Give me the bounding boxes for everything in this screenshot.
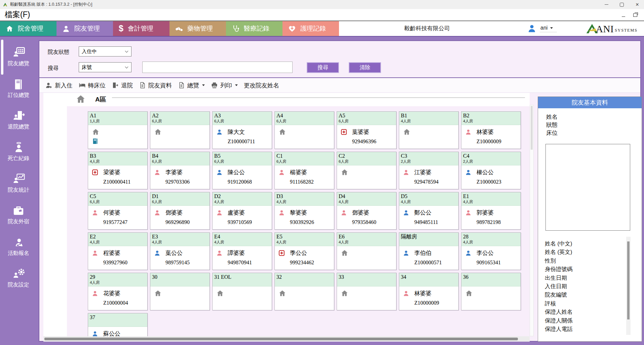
room-card-31 EOL[interactable]: 31 EOL [212,273,272,310]
room-card-B1[interactable]: B14人房 [399,111,459,149]
room-card-C3[interactable]: C32人房江婆婆929478594 [399,152,459,189]
window-minimize-button[interactable] [604,0,609,9]
room-card-37[interactable]: 37蘇公公 [88,313,148,336]
room-id: E4 [214,233,270,240]
room-card-E4[interactable]: E44人房譚婆婆949870941 [212,232,272,270]
room-card-B3[interactable]: B34人房梁婆婆Z100000411 [88,152,148,189]
room-card-D4[interactable]: D44人房鄧婆婆979358460 [337,192,396,230]
female-resident-icon [465,209,471,216]
window-maximize-button[interactable] [619,0,624,9]
sidebar-item-resident-settings[interactable]: 院友設定 [0,263,37,294]
menu-file[interactable]: 檔案(F) [5,9,30,20]
tab-facility[interactable]: 院舍管理 [0,21,56,36]
toolbar-print-button[interactable]: 列印 [211,81,238,89]
sidebar-item-resident-leave[interactable]: 院友外宿 [0,199,37,231]
resident-status-select[interactable]: 入住中 [79,46,131,56]
room-header: D44人房 [337,192,396,206]
tab-residents[interactable]: 院友管理 [56,21,113,36]
occupant-number: 929703306 [165,179,207,185]
search-input[interactable] [142,62,293,73]
occupant-number: Z100000711 [228,139,270,145]
sidebar-item-discharge-overview[interactable]: 退院總覽 [0,105,37,136]
rooms-horizontal-scrollbar[interactable] [43,336,530,342]
room-card-33[interactable]: 33 [337,273,396,310]
room-body: 楊婆婆911168282 [275,165,334,185]
room-type: 6人房 [152,199,208,204]
toolbar-label: 退院 [121,81,133,89]
room-card-隔離房[interactable]: 隔離房李伯伯Z100000571 [399,232,459,270]
mdi-minimize-button[interactable] [622,12,625,18]
room-card-A1[interactable]: A11人房 [88,111,148,149]
room-id: B3 [90,153,146,159]
room-card-B2[interactable]: B24人房林婆婆Z10000009 [461,111,521,149]
toolbar-transfer-bed-button[interactable]: 轉床位 [79,81,106,89]
mdi-restore-button[interactable] [633,12,637,18]
room-card-34[interactable]: 34林婆婆Z10000009 [399,273,459,310]
detail-field-label: 性別 [545,257,623,265]
window-close-button[interactable]: ✕ [635,0,640,9]
sidebar-item-booking-overview[interactable]: 訂位總覽 [0,73,37,105]
room-card-32[interactable]: 32 [274,273,334,310]
room-card-36[interactable]: 36 [461,273,521,310]
male-resident-icon [154,250,160,256]
clear-button[interactable]: 清除 [349,62,381,73]
occupant-name: 李公公 [477,249,494,257]
room-card-E3[interactable]: E34人房葉公公989759145 [150,232,210,270]
room-grid: A11人房A26人房A36人房陳大文Z100000711A46人房A56人房葉婆… [88,111,521,336]
room-card-A4[interactable]: A46人房 [274,111,334,149]
room-card-E5[interactable]: E54人房季公公999234462 [274,232,334,270]
room-card-29[interactable]: 294人房花婆婆Z10000004 [88,273,148,310]
room-id: B2 [463,112,519,119]
room-header: 284人房 [461,233,521,246]
tab-medication[interactable]: 藥物管理 [169,21,226,36]
room-card-E1[interactable]: E14人房郭婆婆989782198 [461,192,521,230]
room-card-28[interactable]: 284人房李公公909165341 [461,232,521,270]
search-button[interactable]: 搜尋 [307,62,339,73]
toolbar-rename-resident-button[interactable]: 更改院友姓名 [244,81,279,89]
room-card-D5[interactable]: D54人房鄭公公949485111 [399,192,459,230]
room-header: E44人房 [213,233,272,246]
room-card-E6[interactable]: E64人房 [337,232,396,270]
detail-fields-scrollbar[interactable] [626,237,631,335]
room-card-30[interactable]: 30 [150,273,210,310]
room-card-B5[interactable]: B56人房陳公公919120068 [212,152,272,189]
search-type-select[interactable]: 床號 [79,62,131,72]
toolbar-discharge-button[interactable]: 退院 [112,81,133,89]
sidebar-item-resident-stats[interactable]: 院友統計 [0,168,37,199]
room-card-E2[interactable]: E24人房程婆婆939927960 [88,232,148,270]
room-card-B4[interactable]: B46人房李婆婆929703306 [150,152,210,189]
room-header: C56人房 [88,192,147,206]
room-card-D3[interactable]: D34人房黎婆婆930392926 [274,192,334,230]
room-card-C1[interactable]: C16人房楊婆婆911168282 [274,152,334,189]
room-card-C2[interactable]: C26人房 [337,152,396,189]
room-body [461,286,521,297]
tab-nursing[interactable]: 護理記錄 [282,21,339,36]
room-id: A2 [152,112,208,119]
room-card-D1[interactable]: D16人房鄧婆婆969296890 [150,192,210,230]
room-card-A2[interactable]: A26人房 [150,111,210,149]
room-card-A5[interactable]: A56人房葉婆婆929496396 [337,111,396,149]
brand-logo: ANI SYSTEMS [586,23,638,34]
room-type: 6人房 [339,159,394,164]
room-id: A1 [90,112,146,119]
settings-gear-icon [12,268,25,280]
room-id: 29 [90,274,146,280]
toolbar-new-admission-button[interactable]: 新入住 [45,81,73,89]
sidebar-item-activity-signup[interactable]: 活動報名 [0,231,37,263]
toolbar-overview-button[interactable]: 總覽 [178,81,205,89]
user-menu[interactable]: ani [527,24,557,33]
room-card-A3[interactable]: A36人房陳大文Z100000711 [212,111,272,149]
room-card-C5[interactable]: C56人房何婆婆919577247 [88,192,148,230]
sidebar-item-death-records[interactable]: 死亡紀錄 [0,136,37,168]
tab-accounting[interactable]: $會計管理 [113,21,169,36]
toolbar-resident-info-button[interactable]: 院友資料 [139,81,172,89]
sidebar-item-label: 院友統計 [8,187,29,194]
tab-medical[interactable]: 醫療記錄 [226,21,282,36]
sidebar-scrollbar[interactable] [1,40,3,75]
room-card-D2[interactable]: D24人房盧婆婆939710569 [212,192,272,230]
activity-signup-icon [12,237,25,248]
room-card-C4[interactable]: C42人房權公公Z10000023 [461,152,521,189]
sidebar-item-resident-overview[interactable]: 院友總覽 [0,41,37,73]
room-body: 葉公公989759145 [150,246,210,266]
rooms-vertical-scrollbar[interactable] [530,105,534,336]
